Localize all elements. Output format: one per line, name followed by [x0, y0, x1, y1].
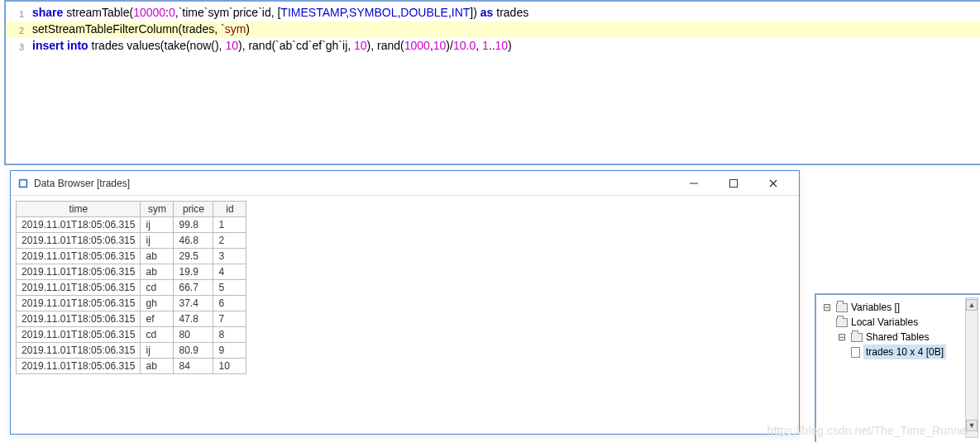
tree-local-vars[interactable]: Local Variables: [821, 315, 975, 330]
table-cell[interactable]: 2019.11.01T18:05:06.315: [17, 296, 141, 311]
table-row[interactable]: 2019.11.01T18:05:06.315cd808: [17, 327, 246, 343]
column-header[interactable]: id: [213, 202, 246, 217]
code-line[interactable]: 1share streamTable(10000:0,`time`sym`pri…: [6, 5, 980, 21]
table-cell[interactable]: ab: [141, 264, 174, 280]
table-row[interactable]: 2019.11.01T18:05:06.315ef47.87: [17, 311, 246, 327]
table-cell[interactable]: 2019.11.01T18:05:06.315: [17, 359, 141, 374]
scrollbar[interactable]: ▲ ▼: [965, 297, 978, 438]
table-cell[interactable]: ij: [141, 233, 174, 249]
close-button[interactable]: [761, 178, 786, 188]
tree-shared-label: Shared Tables: [866, 330, 930, 345]
line-number: 1: [6, 5, 32, 21]
table-row[interactable]: 2019.11.01T18:05:06.315ij46.82: [17, 233, 246, 249]
table-cell[interactable]: 7: [213, 311, 246, 327]
table-cell[interactable]: ij: [141, 343, 174, 359]
table-cell[interactable]: 8: [213, 327, 246, 343]
folder-icon: [851, 333, 863, 342]
table-cell[interactable]: 2019.11.01T18:05:06.315: [17, 264, 141, 280]
table-cell[interactable]: 5: [213, 280, 246, 296]
table-cell[interactable]: 66.7: [174, 280, 213, 296]
app-icon: [17, 178, 29, 189]
table-row[interactable]: 2019.11.01T18:05:06.315ab29.53: [17, 249, 246, 264]
table-cell[interactable]: 2019.11.01T18:05:06.315: [17, 280, 141, 296]
table-cell[interactable]: ab: [141, 249, 174, 264]
tree-item-trades[interactable]: trades 10 x 4 [0B]: [821, 345, 975, 359]
code-line[interactable]: 2setStreamTableFilterColumn(trades, `sym…: [6, 21, 980, 38]
tree-local-label: Local Variables: [851, 315, 918, 330]
scroll-down-button[interactable]: ▼: [966, 420, 978, 431]
table-cell[interactable]: 37.4: [174, 296, 213, 311]
table-cell[interactable]: cd: [141, 280, 174, 296]
table-cell[interactable]: 29.5: [174, 249, 213, 264]
table-cell[interactable]: 2019.11.01T18:05:06.315: [17, 217, 141, 233]
maximize-button[interactable]: [721, 178, 746, 188]
window-titlebar[interactable]: Data Browser [trades]: [11, 171, 799, 196]
code-line[interactable]: 3insert into trades values(take(now(), 1…: [6, 38, 980, 55]
tree-root[interactable]: ⊟ Variables []: [821, 300, 975, 315]
code-text[interactable]: setStreamTableFilterColumn(trades, `sym): [32, 21, 980, 38]
folder-icon: [836, 303, 848, 312]
table-cell[interactable]: gh: [141, 296, 174, 311]
code-text[interactable]: share streamTable(10000:0,`time`sym`pric…: [32, 5, 980, 21]
svg-rect-3: [730, 179, 738, 187]
table-cell[interactable]: 1: [213, 217, 246, 233]
table-cell[interactable]: 2019.11.01T18:05:06.315: [17, 249, 141, 264]
table-cell[interactable]: 19.9: [174, 264, 213, 280]
table-cell[interactable]: 47.8: [174, 311, 213, 327]
minimize-button[interactable]: [681, 178, 706, 188]
toggle-icon[interactable]: ⊟: [836, 330, 848, 345]
table-cell[interactable]: 2019.11.01T18:05:06.315: [17, 327, 141, 343]
table-row[interactable]: 2019.11.01T18:05:06.315gh37.46: [17, 296, 246, 311]
table-row[interactable]: 2019.11.01T18:05:06.315ab8410: [17, 359, 246, 374]
table-cell[interactable]: 2019.11.01T18:05:06.315: [17, 311, 141, 327]
table-row[interactable]: 2019.11.01T18:05:06.315cd66.75: [17, 280, 246, 296]
folder-icon: [836, 318, 848, 327]
table-cell[interactable]: ef: [141, 311, 174, 327]
table-cell[interactable]: 99.8: [174, 217, 213, 233]
toggle-icon[interactable]: ⊟: [821, 300, 833, 315]
line-number: 3: [6, 38, 32, 55]
column-header[interactable]: sym: [141, 202, 174, 217]
table-row[interactable]: 2019.11.01T18:05:06.315ij99.81: [17, 217, 246, 233]
window-title: Data Browser [trades]: [34, 178, 130, 189]
code-text[interactable]: insert into trades values(take(now(), 10…: [32, 38, 980, 55]
table-cell[interactable]: 2019.11.01T18:05:06.315: [17, 233, 141, 249]
scroll-up-button[interactable]: ▲: [966, 299, 978, 311]
table-cell[interactable]: 84: [174, 359, 213, 374]
table-cell[interactable]: 2019.11.01T18:05:06.315: [17, 343, 141, 359]
table-cell[interactable]: 46.8: [174, 233, 213, 249]
table-cell[interactable]: 80.9: [174, 343, 213, 359]
column-header[interactable]: time: [17, 202, 141, 217]
column-header[interactable]: price: [174, 202, 213, 217]
table-cell[interactable]: 9: [213, 343, 246, 359]
variables-panel: ⊟ Variables [] Local Variables ⊟ Shared …: [815, 293, 980, 442]
data-table[interactable]: timesympriceid 2019.11.01T18:05:06.315ij…: [16, 201, 246, 374]
tree-shared-tables[interactable]: ⊟ Shared Tables: [821, 330, 975, 345]
table-cell[interactable]: cd: [141, 327, 174, 343]
table-cell[interactable]: ij: [141, 217, 174, 233]
table-row[interactable]: 2019.11.01T18:05:06.315ab19.94: [17, 264, 246, 280]
table-cell[interactable]: 4: [213, 264, 246, 280]
table-cell[interactable]: 3: [213, 249, 246, 264]
table-cell[interactable]: 6: [213, 296, 246, 311]
table-row[interactable]: 2019.11.01T18:05:06.315ij80.99: [17, 343, 246, 359]
svg-rect-1: [21, 180, 26, 186]
table-cell[interactable]: 80: [174, 327, 213, 343]
line-number: 2: [6, 21, 32, 38]
table-cell[interactable]: ab: [141, 359, 174, 374]
code-editor[interactable]: 1share streamTable(10000:0,`time`sym`pri…: [4, 0, 980, 165]
document-icon: [851, 347, 860, 358]
table-cell[interactable]: 2: [213, 233, 246, 249]
data-browser-window: Data Browser [trades] timesympriceid 201…: [10, 170, 800, 435]
tree-root-label: Variables []: [851, 300, 900, 315]
table-cell[interactable]: 10: [213, 359, 246, 374]
trades-entry-label: trades 10 x 4 [0B]: [863, 345, 946, 359]
